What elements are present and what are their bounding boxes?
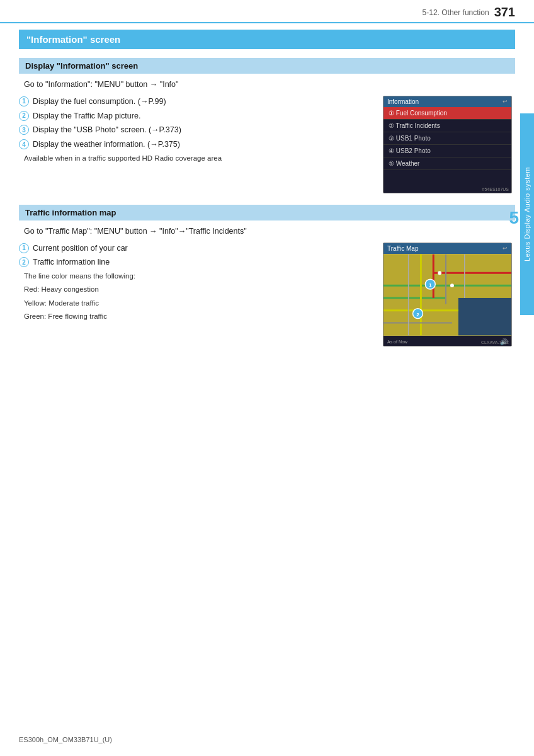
svg-point-17 <box>438 271 441 275</box>
info-screen-mockup: Information ↩ ① Fuel Consumption ② Traff… <box>383 96 512 193</box>
item-number: 4 <box>19 139 29 149</box>
sidebar-label-text: Lexus Display Audio system <box>523 167 531 261</box>
svg-text:1: 1 <box>429 282 432 288</box>
menu-item-traffic: ② Traffic Incidents <box>383 120 511 132</box>
list-item: 1 Current position of your car <box>19 243 373 255</box>
sidebar: Lexus Display Audio system <box>520 113 534 315</box>
menu-item-fuel: ① Fuel Consumption <box>383 107 511 120</box>
back-icon: ↩ <box>503 98 508 105</box>
page-container: 5-12. Other function 371 "Information" s… <box>0 0 534 756</box>
section1-left: 1 Display the fuel consumption. (→P.99) … <box>19 96 373 164</box>
item-text: Display the fuel consumption. (→P.99) <box>33 96 166 108</box>
item-text: Display the weather information. (→P.375… <box>33 139 180 151</box>
page-header: 5-12. Other function 371 <box>0 0 534 23</box>
list-item: 4 Display the weather information. (→P.3… <box>19 139 373 151</box>
section2-content: 1 Current position of your car 2 Traffic… <box>19 243 515 346</box>
footer-text: ES300h_OM_OM33B71U_(U) <box>19 736 112 743</box>
menu-item-usb1: ③ USB1 Photo <box>383 132 511 145</box>
list-item: 2 Display the Traffic Map picture. <box>19 110 373 122</box>
instruction-text-2: Go to "Traffic Map": "MENU" button → "In… <box>24 226 515 238</box>
list-item: 1 Display the fuel consumption. (→P.99) <box>19 96 373 108</box>
page-number: 371 <box>494 5 515 20</box>
section1-note: Available when in a traffic supported HD… <box>24 153 373 164</box>
section1-content: 1 Display the fuel consumption. (→P.99) … <box>19 96 515 193</box>
subsection-title-2: Traffic information map <box>19 205 515 220</box>
main-section-title: "Information" screen <box>19 30 515 49</box>
traffic-screen-mockup: Traffic Map ↩ <box>383 243 512 346</box>
svg-point-16 <box>450 284 454 287</box>
chapter-number: 5 <box>509 208 519 228</box>
as-of-now: As of Now <box>387 340 407 344</box>
subsection-title-1: Display "Information" screen <box>19 58 515 74</box>
traffic-map-svg: 1 2 <box>383 254 511 336</box>
list-item: 3 Display the "USB Photo" screen. (→P.37… <box>19 124 373 136</box>
info-titlebar: Information ↩ <box>383 96 511 107</box>
section2-left: 1 Current position of your car 2 Traffic… <box>19 243 373 323</box>
list-item: 2 Traffic information line <box>19 256 373 268</box>
item-number: 3 <box>19 125 29 135</box>
color-green: Green: Free flowing traffic <box>24 311 373 322</box>
item-text: Display the Traffic Map picture. <box>33 110 140 122</box>
screen-code-2: CLXAVA.7302 <box>481 340 509 345</box>
menu-item-weather: ⑤ Weather <box>383 158 511 170</box>
color-red: Red: Heavy congestion <box>24 284 373 295</box>
footer: ES300h_OM_OM33B71U_(U) <box>19 736 112 743</box>
traffic-titlebar: Traffic Map ↩ <box>383 243 511 254</box>
item-number: 2 <box>19 257 29 267</box>
traffic-title: Traffic Map <box>387 245 418 252</box>
menu-item-usb2: ④ USB2 Photo <box>383 145 511 158</box>
section1-screenshot: Information ↩ ① Fuel Consumption ② Traff… <box>383 96 515 193</box>
traffic-back-icon: ↩ <box>503 245 508 251</box>
item-text: Current position of your car <box>33 243 128 255</box>
traffic-map-area: 1 2 <box>383 254 511 336</box>
item-text: Traffic information line <box>33 256 110 268</box>
item-number: 1 <box>19 243 29 253</box>
screen-code-1: #54ES107US <box>482 187 509 192</box>
svg-text:2: 2 <box>416 311 419 317</box>
color-yellow: Yellow: Moderate traffic <box>24 298 373 309</box>
item-text: Display the "USB Photo" screen. (→P.373) <box>33 124 181 136</box>
section2-screenshot: Traffic Map ↩ <box>383 243 515 346</box>
svg-rect-1 <box>458 297 511 335</box>
instruction-text-1: Go to "Information": "MENU" button → "In… <box>24 79 515 91</box>
section-label: 5-12. Other function <box>423 8 489 17</box>
item-number: 2 <box>19 111 29 121</box>
info-title: Information <box>387 98 419 105</box>
line-color-note: The line color means the following: <box>24 271 373 282</box>
main-content: "Information" screen Display "Informatio… <box>0 30 534 359</box>
item-number: 1 <box>19 96 29 106</box>
